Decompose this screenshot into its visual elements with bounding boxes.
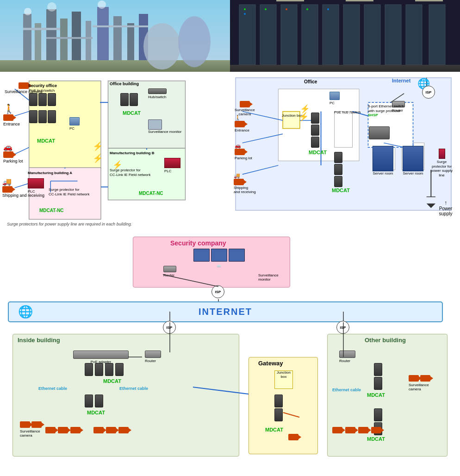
mdcat-devices-right-2 <box>334 152 342 187</box>
parking-right: 🚗 Parking lot <box>235 143 252 160</box>
surge-protector-a: Surge protector forCC-Link IE Field netw… <box>49 188 89 196</box>
mdcat-top-row <box>85 363 124 376</box>
entrance-label: Entrance <box>3 122 20 126</box>
svg-rect-5 <box>72 12 81 60</box>
svg-rect-28 <box>385 5 401 65</box>
globe-internet: 🌐 <box>18 305 33 319</box>
monitors <box>193 249 245 262</box>
ethernet-cable-other: Ethernet cable <box>332 388 361 392</box>
svg-point-35 <box>306 8 308 10</box>
router-other: Router <box>339 351 355 363</box>
mdcat-nc-b: MDCAT-NC <box>139 190 163 196</box>
isp-left: ISP <box>163 321 176 334</box>
mfg-a-label: Manufacturing building A <box>28 171 72 175</box>
server-room-image <box>230 0 460 72</box>
security-company-label: Security company <box>170 239 226 247</box>
camera-row-inside: Surveillancecamera <box>20 420 129 438</box>
ethernet-cable-label-1: Ethernet cable <box>38 386 67 391</box>
surveillance-cam-other: Surveillancecamera <box>409 374 430 392</box>
svg-rect-25 <box>323 5 339 65</box>
mdcat-label-right-1: MDCAT <box>309 150 327 155</box>
poe-switch-devices <box>29 93 56 106</box>
mdcat-top-label: MDCAT <box>103 378 121 384</box>
mdcat-label-office: MDCAT <box>123 110 141 116</box>
top-images <box>0 0 460 72</box>
poe-hub-label: PoE hub/switch <box>29 87 55 93</box>
mdcat-gateway-devices <box>274 395 283 421</box>
cameras-other-bottom <box>332 427 381 433</box>
svg-rect-23 <box>281 5 297 65</box>
diagram1-right: ⚡ Internet 🌐 ISP Router 8-port Ethernet … <box>230 75 458 228</box>
internet-band: 🌐 INTERNET <box>8 301 443 322</box>
industrial-plant-image <box>0 0 230 72</box>
surveillance-monitor-office: Surveillance monitor <box>148 119 181 134</box>
diagram-section-2: Security company ⌨️ Surveillance monitor… <box>0 232 460 463</box>
lightning-icon-right: ⚡ <box>298 112 309 122</box>
svg-point-16 <box>98 0 106 9</box>
parking-area: 🚗 Parking lot <box>3 143 23 163</box>
server-room-1: Server room <box>373 146 393 175</box>
office-label-right: Office <box>304 79 317 84</box>
svg-rect-12 <box>46 37 93 39</box>
ethernet-cable-label-2: Ethernet cable <box>119 386 148 391</box>
mdcat-other-top-label: MDCAT <box>367 392 385 398</box>
svg-point-14 <box>24 8 31 15</box>
lightning-icon-2: ⚡ <box>93 141 103 151</box>
svg-rect-21 <box>239 5 255 65</box>
shipping-right: 🚚 Shippingand receiving <box>234 173 256 194</box>
isp-right: ISP <box>336 321 349 334</box>
svg-rect-22 <box>260 5 276 65</box>
keyboard-icon: ⌨️ <box>217 264 221 268</box>
svg-point-32 <box>244 13 246 15</box>
camera-gateway <box>288 434 298 441</box>
svg-rect-27 <box>364 5 380 65</box>
mdcat-label-right-2: MDCAT <box>332 188 350 193</box>
surveillance-cam-right-1: Surveillancecamera <box>235 101 255 117</box>
svg-rect-4 <box>60 19 68 60</box>
mfg-b-label: Manufacturing building B <box>110 151 154 155</box>
svg-point-19 <box>178 16 211 67</box>
svg-rect-29 <box>406 5 422 65</box>
svg-rect-3 <box>46 9 56 60</box>
svg-point-31 <box>244 8 246 10</box>
entrance-right: 🚶 Entrance <box>235 115 249 132</box>
router-security: Router <box>163 266 176 277</box>
svg-point-15 <box>47 2 56 12</box>
svg-rect-39 <box>346 0 373 1</box>
footnote: Surge protectors for power supply line a… <box>5 221 134 227</box>
mdcat-devices-security <box>29 110 56 123</box>
diagram1-left: ⚡ Surveillance camera 🚶 Entrance 🚗 Parki… <box>2 75 228 228</box>
svg-rect-38 <box>276 0 304 1</box>
gateway-label: Gateway <box>258 360 283 367</box>
hub-switch-office: Hub/switch <box>148 88 167 99</box>
server-room-2: Server room <box>403 146 423 175</box>
section2-container: Security company ⌨️ Surveillance monitor… <box>8 237 452 459</box>
power-supply-label: ↑ Power supply <box>434 200 458 216</box>
office-building-label: Office building <box>110 81 139 86</box>
mdcat-devices-right-1 <box>311 113 319 148</box>
mdcat-bottom-row <box>85 395 103 407</box>
mdcat-bottom-label: MDCAT <box>87 410 105 415</box>
parking-label: Parking lot <box>3 159 23 163</box>
other-building-label: Other building <box>365 337 406 344</box>
ethernet-switch-label: 8-port Ethernet switch with surge protec… <box>368 104 410 118</box>
internet-label: INTERNET <box>199 307 252 317</box>
svg-rect-26 <box>343 5 360 65</box>
svg-rect-42 <box>108 81 186 149</box>
poe-adapter: PoE adapter <box>73 351 129 364</box>
surge-power-right: Surge protector for power supply line <box>429 149 454 177</box>
svg-rect-30 <box>429 5 445 65</box>
svg-rect-13 <box>93 25 148 27</box>
poe-hub-right: PoE hub /switch <box>334 110 361 114</box>
inside-building-label: Inside building <box>18 337 60 344</box>
person-icon: 🚶 <box>3 103 20 114</box>
isp-top: ISP <box>211 285 224 298</box>
security-company-box: Security company ⌨️ Surveillance monitor… <box>133 237 290 288</box>
pc-right: PC <box>329 92 340 105</box>
svg-point-34 <box>286 8 287 10</box>
other-building-box: Other building Router MDCAT Ethernet cab… <box>327 334 448 457</box>
shipping-label: Shipping and receiving <box>2 194 44 198</box>
mdcat-gateway-label: MDCAT <box>265 427 283 432</box>
mdcat-other-top-devices <box>374 363 382 390</box>
mdcat-label-security: MDCAT <box>37 138 55 144</box>
